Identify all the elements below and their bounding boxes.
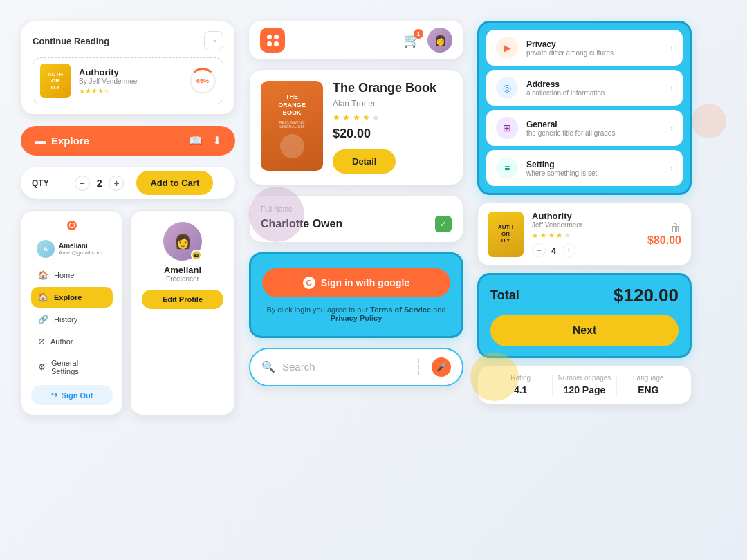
book-product-stars: ★ ★ ★ ★ ★ [333, 113, 436, 122]
qty-decrease-button[interactable]: − [75, 176, 90, 191]
book-product-author: Alan Trotter [333, 99, 436, 109]
cart-star-3: ★ [548, 232, 555, 239]
qty-label: QTY [26, 178, 55, 188]
settings-item-privacy[interactable]: ▶ Privacy private differ among cultures … [486, 30, 683, 66]
sidebar-user-name: Ameliani [59, 242, 102, 250]
settings-item-general[interactable]: ⊞ General the generic title for all grad… [486, 110, 683, 146]
pages-value: 120 Page [553, 384, 616, 395]
explore-square-icon: ▬ [35, 135, 46, 147]
book-stats-bar: Rating 4.1 Number of pages 120 Page Lang… [477, 365, 692, 404]
address-text: Address a collection of information [526, 80, 662, 97]
cart-star-1: ★ [532, 232, 538, 239]
google-signin-label: Sign in with google [321, 277, 409, 288]
book-title: Authority [79, 67, 181, 77]
avatar-badge: 📷 [191, 250, 202, 261]
explore-nav-label: Explore [54, 293, 82, 301]
google-signin-button[interactable]: G Sign in with google [262, 268, 450, 297]
card-header: Continue Reading → [33, 31, 223, 50]
delete-icon[interactable]: 🗑 [670, 222, 681, 234]
sidebar-item-history[interactable]: 🔗 History [31, 309, 113, 330]
book-details: Authority By Jeff Vendermeer ★★★★☆ [79, 67, 181, 95]
total-label: Total [490, 288, 519, 303]
qty-controls: − 2 + [69, 176, 130, 191]
privacy-policy-link[interactable]: Privacy Policy [331, 314, 382, 322]
signin-terms-prefix: By click login you agree to our [266, 306, 370, 314]
cart-book-author: Jeff Vendermeer [532, 221, 639, 229]
pages-label: Number of pages [553, 374, 616, 382]
form-card: Full Name Charlotte Owen ✓ [249, 195, 463, 243]
privacy-text: Privacy private differ among cultures [526, 39, 662, 57]
cart-star-4: ★ [556, 232, 562, 239]
column-2: 🛒 1 👩 THEORANGEBOOK RECLAIMING LIBERALIS… [242, 21, 470, 539]
sidebar-item-home[interactable]: 🏠 Home [31, 265, 113, 286]
address-icon: ◎ [496, 77, 518, 99]
profile-avatar: 👩 📷 [163, 222, 202, 261]
explore-nav-icon: 🏠 [38, 292, 48, 302]
sidebar-user-info: Ameliani Amel@gmail.com [59, 242, 102, 256]
form-label: Full Name [261, 205, 452, 213]
sidebar-item-author[interactable]: ⊘ Author [31, 331, 113, 352]
column-1: Continue Reading → AUTHORITY Authority B… [14, 21, 242, 539]
book-thumb-text: AUTHORITY [48, 71, 63, 91]
explore-bar[interactable]: ▬ Explore 📖 ⬇ [21, 126, 235, 156]
sidebar-item-explore[interactable]: 🏠 Explore [31, 287, 113, 308]
star-3: ★ [353, 113, 360, 122]
cart-star-2: ★ [540, 232, 546, 239]
cart-price: $80.00 [647, 234, 681, 247]
cart-qty-value: 4 [551, 245, 556, 256]
general-chevron: › [670, 124, 673, 132]
progress-circle: 65% [190, 68, 216, 94]
menu-icon-button[interactable] [260, 28, 285, 53]
cart-icon-wrapper[interactable]: 🛒 1 [403, 32, 421, 48]
sidebar-item-general-settings[interactable]: ⚙ General Settings [31, 353, 113, 381]
add-to-cart-button[interactable]: Add to Cart [136, 171, 213, 195]
menu-dot-4 [274, 41, 279, 46]
privacy-chevron: › [670, 44, 673, 52]
bookmark-icon[interactable]: 📖 [189, 134, 203, 147]
total-section: Total $120.00 Next [477, 273, 692, 358]
qty-increase-button[interactable]: + [109, 176, 124, 191]
settings-item-address[interactable]: ◎ Address a collection of information › [486, 70, 683, 106]
profile-card: 👩 📷 Ameliani Freelancer Edit Profile [130, 210, 235, 416]
setting-sub: where something is set [526, 169, 662, 177]
star-2: ★ [342, 113, 350, 122]
microphone-icon[interactable]: 🎤 [432, 357, 451, 377]
language-value: ENG [617, 384, 680, 395]
next-button[interactable]: Next [490, 315, 679, 346]
terms-of-service-link[interactable]: Terms of Service [370, 306, 431, 314]
cart-qty-increase[interactable]: + [562, 243, 575, 257]
book-product-info: The Orange Book Alan Trotter ★ ★ ★ ★ ★ $… [333, 81, 436, 174]
explore-icons-group: 📖 ⬇ [189, 134, 221, 147]
sidebar-indicator [67, 221, 77, 230]
signout-button[interactable]: ↪ Sign Out [31, 385, 113, 405]
total-row: Total $120.00 [490, 285, 679, 306]
rating-value: 4.1 [489, 384, 552, 395]
author-label: Author [50, 337, 73, 346]
settings-item-setting[interactable]: ≡ Setting where something is set › [486, 150, 683, 186]
star-5: ★ [372, 113, 380, 122]
continue-reading-card: Continue Reading → AUTHORITY Authority B… [21, 21, 235, 115]
setting-icon: ≡ [496, 157, 518, 179]
sidebar-user-email: Amel@gmail.com [59, 250, 102, 256]
cart-qty-decrease[interactable]: − [532, 243, 546, 257]
continue-arrow-button[interactable]: → [204, 31, 223, 50]
google-g-icon: G [303, 277, 315, 289]
download-icon[interactable]: ⬇ [212, 134, 221, 147]
setting-title: Setting [526, 160, 662, 169]
history-label: History [54, 315, 77, 324]
sidebar-user-row[interactable]: A Ameliani Amel@gmail.com [31, 236, 113, 262]
book-cover-subtitle: RECLAIMING LIBERALISM [266, 120, 317, 129]
signout-label: Sign Out [62, 391, 93, 400]
privacy-icon: ▶ [496, 37, 518, 59]
search-bar[interactable]: 🔍 Search 🎤 [249, 348, 463, 386]
search-input[interactable]: Search [282, 361, 405, 373]
edit-profile-button[interactable]: Edit Profile [142, 290, 223, 309]
general-title: General [526, 120, 662, 129]
header-avatar[interactable]: 👩 [427, 28, 452, 53]
book-author: By Jeff Vendermeer [79, 77, 181, 85]
progress-value: 65% [196, 77, 209, 84]
sidebar-profile-pair: A Ameliani Amel@gmail.com 🏠 Home 🏠 Explo… [21, 210, 235, 416]
detail-button[interactable]: Detail [333, 149, 396, 174]
general-sub: the generic title for all grades [526, 129, 662, 137]
cart-star-5: ★ [564, 232, 571, 239]
